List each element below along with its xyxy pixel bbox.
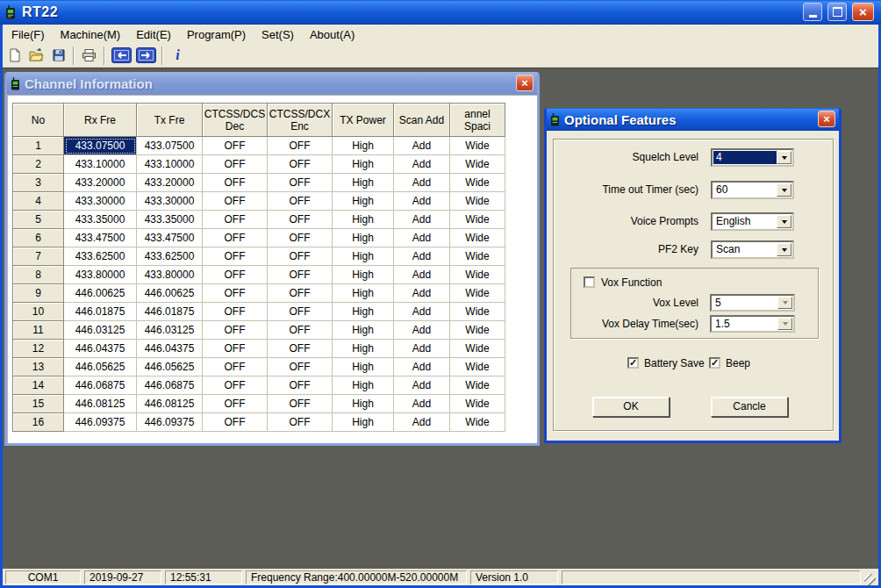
grid-cell[interactable]: Add <box>394 413 450 432</box>
grid-cell[interactable]: OFF <box>203 413 268 432</box>
row-header[interactable]: 8 <box>13 266 64 284</box>
print-button[interactable] <box>78 46 100 66</box>
grid-cell[interactable]: High <box>333 284 394 303</box>
grid-cell[interactable]: OFF <box>203 266 268 284</box>
grid-cell[interactable]: Wide <box>450 376 505 395</box>
grid-cell[interactable]: Wide <box>450 358 505 376</box>
grid-cell[interactable]: Add <box>394 247 450 266</box>
grid-cell[interactable]: High <box>333 211 394 229</box>
grid-cell[interactable]: 433.62500 <box>137 247 203 266</box>
grid-cell[interactable]: Wide <box>450 321 505 340</box>
grid-cell[interactable]: 433.80000 <box>137 266 203 284</box>
open-file-button[interactable] <box>25 46 47 66</box>
grid-cell[interactable]: OFF <box>203 155 268 174</box>
grid-cell[interactable]: OFF <box>268 413 333 432</box>
grid-cell[interactable]: Wide <box>450 174 505 192</box>
grid-cell[interactable]: OFF <box>268 358 333 376</box>
voice-prompts-select[interactable]: English <box>711 212 794 231</box>
write-to-radio-button[interactable] <box>133 46 158 66</box>
menu-about[interactable]: About(A) <box>302 26 362 43</box>
row-header[interactable]: 3 <box>13 174 64 192</box>
grid-cell[interactable]: Wide <box>450 284 505 303</box>
grid-cell[interactable]: Add <box>394 340 450 358</box>
column-header[interactable]: CTCSS/DCX Enc <box>268 104 333 137</box>
row-header[interactable]: 5 <box>13 211 64 229</box>
cancel-button[interactable]: Cancle <box>711 397 788 417</box>
grid-cell[interactable]: 446.03125 <box>137 321 203 340</box>
column-header[interactable]: Rx Fre <box>64 104 137 137</box>
column-header[interactable]: annel Spaci <box>450 104 505 137</box>
menu-machine[interactable]: Machine(M) <box>53 26 129 43</box>
grid-cell[interactable]: OFF <box>268 192 333 211</box>
row-header[interactable]: 10 <box>13 303 64 321</box>
grid-cell[interactable]: 433.30000 <box>137 192 203 211</box>
grid-cell[interactable]: 433.07500 <box>64 137 137 155</box>
grid-cell[interactable]: Wide <box>450 229 505 247</box>
column-header[interactable]: Scan Add <box>394 104 450 137</box>
grid-cell[interactable]: 446.00625 <box>64 284 137 303</box>
grid-cell[interactable]: 446.04375 <box>137 340 203 358</box>
grid-cell[interactable]: High <box>333 266 394 284</box>
vox-function-checkbox[interactable] <box>584 276 595 288</box>
grid-cell[interactable]: High <box>333 413 394 432</box>
grid-cell[interactable]: Wide <box>450 137 505 155</box>
grid-cell[interactable]: OFF <box>268 321 333 340</box>
combo-dropdown-button[interactable] <box>777 183 791 197</box>
grid-cell[interactable]: OFF <box>268 284 333 303</box>
grid-cell[interactable]: OFF <box>268 211 333 229</box>
grid-cell[interactable]: OFF <box>203 247 268 266</box>
grid-cell[interactable]: Add <box>394 395 450 413</box>
minimize-button[interactable] <box>803 3 822 21</box>
grid-cell[interactable]: 433.80000 <box>64 266 137 284</box>
grid-cell[interactable]: 446.05625 <box>137 358 203 376</box>
grid-cell[interactable]: OFF <box>203 340 268 358</box>
row-header[interactable]: 15 <box>13 395 64 413</box>
close-button[interactable]: × <box>852 3 874 21</box>
grid-cell[interactable]: High <box>333 155 394 174</box>
grid-cell[interactable]: 433.10000 <box>137 155 203 174</box>
new-file-button[interactable] <box>4 46 25 66</box>
combo-dropdown-button[interactable] <box>777 243 791 256</box>
grid-cell[interactable]: OFF <box>203 284 268 303</box>
grid-cell[interactable]: OFF <box>203 303 268 321</box>
grid-cell[interactable]: 433.47500 <box>64 229 137 247</box>
ok-button[interactable]: OK <box>592 397 670 417</box>
grid-cell[interactable]: Wide <box>450 155 505 174</box>
grid-cell[interactable]: OFF <box>268 155 333 174</box>
grid-cell[interactable]: Add <box>394 358 450 376</box>
grid-cell[interactable]: High <box>333 174 394 192</box>
beep-checkbox[interactable]: ✓ <box>709 357 720 369</box>
row-header[interactable]: 2 <box>13 155 64 174</box>
grid-cell[interactable]: 446.04375 <box>64 340 137 358</box>
grid-cell[interactable]: 446.09375 <box>137 413 203 432</box>
grid-cell[interactable]: Add <box>394 211 450 229</box>
grid-cell[interactable]: OFF <box>203 211 268 229</box>
grid-cell[interactable]: OFF <box>268 395 333 413</box>
maximize-button[interactable] <box>827 3 847 21</box>
row-header[interactable]: 7 <box>13 247 64 266</box>
grid-cell[interactable]: OFF <box>268 376 333 395</box>
grid-cell[interactable]: 433.30000 <box>64 192 137 211</box>
grid-cell[interactable]: 446.05625 <box>64 358 137 376</box>
grid-cell[interactable]: OFF <box>268 229 333 247</box>
row-header[interactable]: 16 <box>13 413 64 432</box>
channel-window-close-button[interactable]: × <box>516 75 534 91</box>
timeout-timer-select[interactable]: 60 <box>711 181 794 199</box>
grid-cell[interactable]: 446.03125 <box>64 321 137 340</box>
grid-cell[interactable]: OFF <box>268 174 333 192</box>
grid-cell[interactable]: High <box>333 358 394 376</box>
grid-cell[interactable]: Wide <box>450 266 505 284</box>
grid-cell[interactable]: OFF <box>268 340 333 358</box>
grid-cell[interactable]: High <box>333 229 394 247</box>
column-header[interactable]: No <box>13 104 64 137</box>
grid-cell[interactable]: OFF <box>268 247 333 266</box>
dialog-close-button[interactable]: × <box>818 111 835 127</box>
grid-cell[interactable]: High <box>333 340 394 358</box>
row-header[interactable]: 9 <box>13 284 64 303</box>
combo-dropdown-button[interactable] <box>777 151 791 164</box>
combo-dropdown-button[interactable] <box>777 318 792 330</box>
column-header[interactable]: CTCSS/DCS Dec <box>203 104 268 137</box>
grid-cell[interactable]: 446.08125 <box>64 395 137 413</box>
vox-delay-time-select[interactable]: 1.5 <box>710 315 795 333</box>
grid-cell[interactable]: Add <box>394 155 450 174</box>
